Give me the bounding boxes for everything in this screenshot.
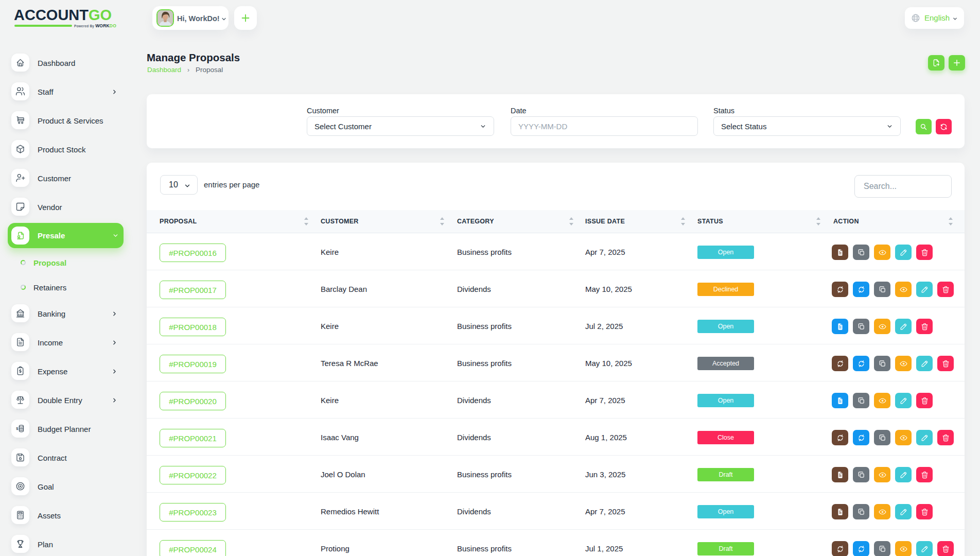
svg-text:$: $ [16,426,19,431]
